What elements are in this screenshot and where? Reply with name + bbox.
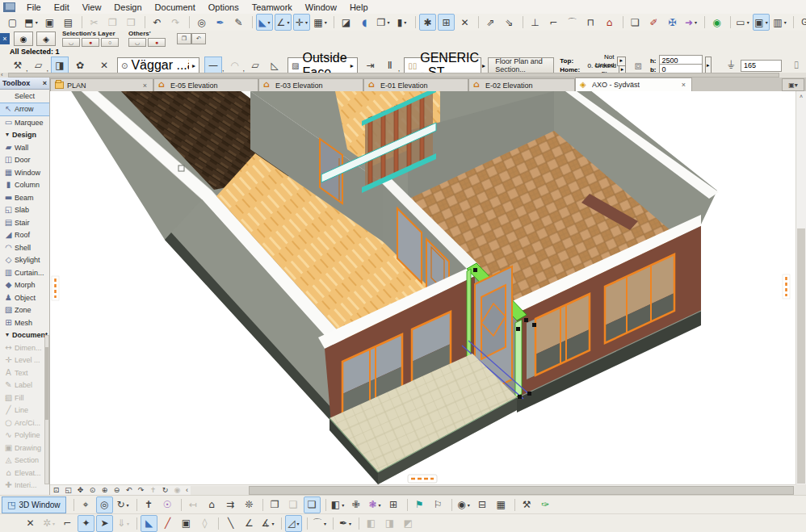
grab-tool-button[interactable]: ✑: [537, 496, 554, 513]
window-settings-button[interactable]: ⊞: [385, 496, 402, 513]
menu-teamwork[interactable]: Teamwork: [246, 2, 299, 13]
tool-slab[interactable]: ◱Slab: [0, 204, 49, 217]
duplicate-button[interactable]: ❏: [627, 14, 644, 31]
tool-fill[interactable]: ▧Fill: [0, 392, 49, 404]
calculate-button[interactable]: ⊟: [474, 496, 491, 513]
orbit-nav-button[interactable]: ↻: [159, 485, 171, 495]
favorites-button[interactable]: ✱: [419, 14, 436, 31]
layer-dropdown[interactable]: ⊙ Väggar ...ärande ▸: [117, 57, 199, 73]
tool-window[interactable]: ▦Window: [0, 166, 49, 179]
fit-tool-button[interactable]: ⊥: [527, 14, 544, 31]
tab-axo-sydvast[interactable]: AXO - Sydväst×: [575, 77, 692, 91]
tool-stair[interactable]: ▤Stair: [0, 216, 49, 229]
3d-figure-button[interactable]: ✙: [348, 496, 365, 513]
fly-mode-button[interactable]: ⌖: [78, 496, 94, 513]
toolbox-header[interactable]: Toolbox ×: [0, 77, 49, 90]
zoom-window-button[interactable]: ◱: [62, 485, 74, 495]
tool-line[interactable]: ╱Line: [0, 404, 49, 417]
composite-dropdown[interactable]: ▯▯ GENERIC - ST... ▸: [404, 57, 481, 73]
tool-shell[interactable]: ◠Shell: [0, 241, 49, 254]
wall-curved-geometry-button[interactable]: ◠: [227, 57, 243, 73]
tool-interior-elevation[interactable]: ✚Interi...: [0, 480, 49, 492]
view-frame-button[interactable]: ▭: [734, 14, 751, 31]
receive-changes-button[interactable]: ⇘: [501, 14, 518, 31]
pick-up-parameters-button[interactable]: ✒: [212, 14, 229, 31]
height-flyout[interactable]: ▸: [705, 57, 712, 74]
tool-marquee[interactable]: ▭Marquee: [0, 116, 49, 129]
section-marker-bottom[interactable]: [408, 475, 437, 483]
elevation-marker-right[interactable]: [783, 274, 790, 299]
arc-segment-button[interactable]: ⌒: [311, 515, 328, 532]
snap-points-button[interactable]: ✛: [293, 14, 310, 31]
print-button[interactable]: ▤: [60, 14, 77, 31]
wall-top-link-button[interactable]: Ⅱ: [382, 57, 398, 73]
grid-snap-button[interactable]: ▦: [312, 14, 329, 31]
tool-arc-circle[interactable]: ○Arc/Ci...: [0, 417, 49, 429]
thickness-field[interactable]: 165: [741, 60, 782, 72]
pan-button[interactable]: ✥: [74, 485, 86, 495]
pen-pick-button[interactable]: ✒: [337, 515, 354, 532]
layer-snapshot-button[interactable]: ❐: [177, 33, 191, 44]
capture-view-button[interactable]: ❏: [304, 496, 321, 513]
inject-parameters-button[interactable]: ✎: [230, 14, 247, 31]
view-section-frame-button[interactable]: ▥: [771, 14, 788, 31]
hide-other-layers-button[interactable]: ◡: [128, 38, 146, 47]
tool-section[interactable]: ◬Section: [0, 455, 49, 467]
tab-plan[interactable]: PLAN×: [50, 78, 153, 91]
toolbox-scrollbar[interactable]: [44, 335, 49, 484]
tool-polyline[interactable]: ∿Polyline: [0, 429, 49, 442]
redo-button[interactable]: ↷: [167, 14, 184, 31]
quick-start-button[interactable]: ◉: [708, 14, 725, 31]
collapse-nav-icon[interactable]: ‹: [186, 486, 188, 494]
tool-dimension[interactable]: ↔Dimen...: [0, 341, 49, 354]
menu-help[interactable]: Help: [343, 2, 375, 13]
horizontal-scrollbar[interactable]: [191, 486, 796, 495]
editing-plane-alt-button[interactable]: ◨: [381, 515, 398, 532]
increase-zoom-button[interactable]: ⊕: [99, 485, 111, 495]
stamp-button[interactable]: ▣: [178, 515, 195, 532]
copy-view-button[interactable]: ❐: [267, 496, 283, 513]
parameter-transfer-button[interactable]: ◨: [51, 57, 69, 74]
coordinates-button[interactable]: ⊞: [438, 14, 455, 31]
pen-set-button[interactable]: ▮: [393, 14, 410, 31]
next-zoom-button[interactable]: ↷: [135, 485, 147, 495]
tool-beam[interactable]: ▬Beam: [0, 191, 49, 204]
people-view-button[interactable]: ❊: [241, 496, 258, 513]
tab-close-icon[interactable]: ×: [680, 81, 687, 89]
wall-trapezoid-geometry-button[interactable]: ▱: [247, 57, 263, 73]
tool-morph[interactable]: ◆Morph: [0, 279, 49, 292]
open-file-button[interactable]: ⬒: [23, 14, 40, 31]
trace-reference-button[interactable]: ◪: [338, 14, 355, 31]
home-view-button[interactable]: ⌂: [204, 496, 220, 513]
hoist-tool-button[interactable]: ⊓: [582, 14, 599, 31]
menu-edit[interactable]: Edit: [48, 2, 76, 13]
eraser-button[interactable]: ◊: [196, 515, 213, 532]
tool-roof[interactable]: ◢Roof: [0, 229, 49, 242]
guide-lines-button[interactable]: ◣: [256, 14, 273, 31]
menu-document[interactable]: Document: [149, 2, 202, 13]
path-back-button[interactable]: ↤: [185, 496, 202, 513]
tool-skylight[interactable]: ◇Skylight: [0, 254, 49, 267]
cursor-snap-button[interactable]: ➤: [96, 515, 113, 532]
send-changes-button[interactable]: ⇗: [482, 14, 499, 31]
wall-polygon-geometry-button[interactable]: ◺: [267, 57, 283, 73]
menu-window[interactable]: Window: [299, 2, 343, 13]
home-story-button[interactable]: ⌂: [601, 14, 618, 31]
snap-guides-button[interactable]: ∠: [275, 14, 292, 31]
unlock-selection-layer-button[interactable]: ○: [101, 38, 119, 47]
fillet-tool-button[interactable]: ⌒: [564, 14, 581, 31]
tool-zone[interactable]: ▨Zone: [0, 304, 49, 317]
wall-default-button[interactable]: ▱: [31, 57, 47, 73]
orbit-mode-button[interactable]: ↻: [115, 496, 132, 513]
morph-wand-button[interactable]: ➜: [682, 14, 699, 31]
tool-wall[interactable]: ▰Wall: [0, 141, 49, 154]
cut-button[interactable]: ✂: [86, 14, 103, 31]
undo-button[interactable]: ↶: [149, 14, 166, 31]
schedule-button[interactable]: ▦: [493, 496, 510, 513]
tool-curtain-wall[interactable]: ▥Curtain...: [0, 266, 49, 279]
view-3d-frame-button[interactable]: ▣: [753, 14, 770, 31]
lock-selection-layer-button[interactable]: ●: [82, 38, 99, 47]
tool-level-dimension[interactable]: ✛Level ...: [0, 354, 49, 367]
snap-line-button[interactable]: ╲: [222, 515, 239, 532]
menu-options[interactable]: Options: [202, 2, 246, 13]
